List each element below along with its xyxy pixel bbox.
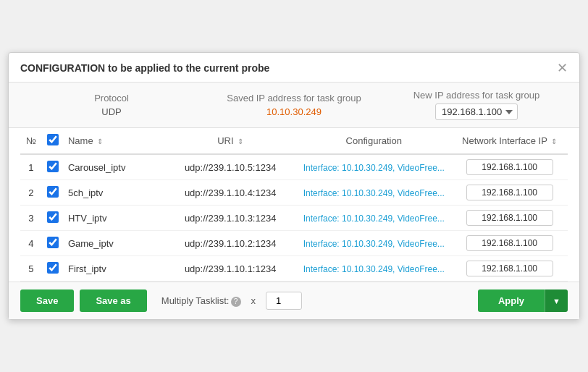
row-uri: udp://239.1.10.3:1234 bbox=[164, 206, 296, 231]
saved-ip-value: 10.10.30.249 bbox=[203, 106, 385, 117]
row-netip bbox=[451, 206, 568, 231]
row-uri: udp://239.1.10.1:1234 bbox=[164, 256, 296, 282]
protocol-col: Protocol UDP bbox=[20, 93, 203, 117]
col-name: Name ⇕ bbox=[64, 128, 164, 154]
table-row: 3 HTV_iptv udp://239.1.10.3:1234 Interfa… bbox=[20, 206, 568, 231]
row-num: 5 bbox=[20, 256, 42, 282]
row-name: Carousel_iptv bbox=[64, 154, 164, 180]
col-uri: URI ⇕ bbox=[164, 128, 296, 154]
table-area: № Name ⇕ URI ⇕ Configuration Network Int… bbox=[9, 128, 579, 282]
dialog-header: CONFIGURATION to be applied to the curre… bbox=[9, 53, 579, 83]
row-check bbox=[42, 256, 64, 282]
row-checkbox[interactable] bbox=[47, 262, 59, 274]
help-icon[interactable]: ? bbox=[231, 297, 241, 307]
row-check bbox=[42, 231, 64, 256]
col-num: № bbox=[20, 128, 42, 154]
apply-button-group: Apply ▼ bbox=[478, 289, 568, 312]
net-ip-input[interactable] bbox=[466, 210, 553, 226]
apply-dropdown-button[interactable]: ▼ bbox=[545, 289, 568, 312]
row-netip bbox=[451, 154, 568, 180]
row-name: HTV_iptv bbox=[64, 206, 164, 231]
net-ip-input[interactable] bbox=[466, 235, 553, 251]
uri-sort-icon[interactable]: ⇕ bbox=[238, 138, 243, 145]
row-name: 5ch_iptv bbox=[64, 180, 164, 206]
config-table: № Name ⇕ URI ⇕ Configuration Network Int… bbox=[20, 128, 568, 282]
new-ip-header: New IP address for task group bbox=[385, 90, 568, 101]
row-num: 2 bbox=[20, 180, 42, 206]
dialog: CONFIGURATION to be applied to the curre… bbox=[8, 52, 580, 320]
netip-sort-icon[interactable]: ⇕ bbox=[551, 138, 557, 145]
col-config: Configuration bbox=[296, 128, 451, 154]
row-checkbox[interactable] bbox=[47, 186, 59, 198]
row-netip bbox=[451, 180, 568, 206]
row-uri: udp://239.1.10.2:1234 bbox=[164, 231, 296, 256]
apply-button[interactable]: Apply bbox=[478, 289, 545, 312]
footer: Save Save as Multiply Tasklist:? x Apply… bbox=[9, 282, 579, 319]
row-name: Game_iptv bbox=[64, 231, 164, 256]
row-check bbox=[42, 180, 64, 206]
net-ip-input[interactable] bbox=[466, 159, 553, 175]
row-num: 4 bbox=[20, 231, 42, 256]
ip-section: Protocol UDP Saved IP address for task g… bbox=[9, 83, 579, 128]
col-netip: Network Interface IP ⇕ bbox=[451, 128, 568, 154]
row-config: Interface: 10.10.30.249, VideoFree... bbox=[296, 154, 451, 180]
row-checkbox[interactable] bbox=[47, 237, 59, 248]
new-ip-col: New IP address for task group 192.168.1.… bbox=[385, 90, 568, 120]
row-check bbox=[42, 206, 64, 231]
table-row: 4 Game_iptv udp://239.1.10.2:1234 Interf… bbox=[20, 231, 568, 256]
row-uri: udp://239.1.10.5:1234 bbox=[164, 154, 296, 180]
saved-ip-header: Saved IP address for task group bbox=[203, 93, 385, 103]
row-uri: udp://239.1.10.4:1234 bbox=[164, 180, 296, 206]
table-row: 5 First_iptv udp://239.1.10.1:1234 Inter… bbox=[20, 256, 568, 282]
table-row: 1 Carousel_iptv udp://239.1.10.5:1234 In… bbox=[20, 154, 568, 180]
close-button[interactable]: ✕ bbox=[557, 62, 568, 75]
row-checkbox[interactable] bbox=[47, 161, 59, 172]
table-row: 2 5ch_iptv udp://239.1.10.4:1234 Interfa… bbox=[20, 180, 568, 206]
protocol-header: Protocol bbox=[20, 93, 203, 103]
save-button[interactable]: Save bbox=[20, 289, 74, 312]
net-ip-input[interactable] bbox=[466, 185, 553, 200]
dialog-title: CONFIGURATION to be applied to the curre… bbox=[20, 62, 269, 74]
row-config: Interface: 10.10.30.249, VideoFree... bbox=[296, 256, 451, 282]
saved-ip-col: Saved IP address for task group 10.10.30… bbox=[203, 93, 385, 117]
row-num: 3 bbox=[20, 206, 42, 231]
row-netip bbox=[451, 231, 568, 256]
select-all-checkbox[interactable] bbox=[47, 134, 59, 145]
row-config: Interface: 10.10.30.249, VideoFree... bbox=[296, 231, 451, 256]
row-check bbox=[42, 154, 64, 180]
row-netip bbox=[451, 256, 568, 282]
row-config: Interface: 10.10.30.249, VideoFree... bbox=[296, 180, 451, 206]
name-sort-icon[interactable]: ⇕ bbox=[97, 138, 103, 145]
row-name: First_iptv bbox=[64, 256, 164, 282]
net-ip-input[interactable] bbox=[466, 261, 553, 276]
row-num: 1 bbox=[20, 154, 42, 180]
new-ip-dropdown[interactable]: 192.168.1.100 bbox=[435, 103, 518, 120]
protocol-value: UDP bbox=[20, 106, 203, 117]
row-checkbox[interactable] bbox=[47, 211, 59, 223]
multiply-label: Multiply Tasklist:? bbox=[161, 295, 241, 307]
col-check bbox=[42, 128, 64, 154]
multiply-input[interactable] bbox=[266, 292, 302, 310]
save-as-button[interactable]: Save as bbox=[80, 289, 146, 312]
row-config: Interface: 10.10.30.249, VideoFree... bbox=[296, 206, 451, 231]
multiply-x: x bbox=[251, 295, 256, 306]
